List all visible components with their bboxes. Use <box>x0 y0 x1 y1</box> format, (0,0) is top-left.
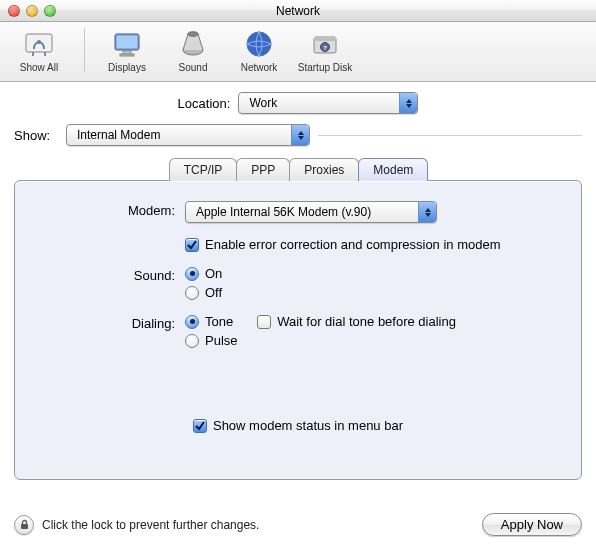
show-value: Internal Modem <box>77 128 168 142</box>
svg-point-3 <box>37 40 41 44</box>
tab-modem[interactable]: Modem <box>358 158 428 181</box>
show-status-checkbox[interactable]: Show modem status in menu bar <box>193 418 403 433</box>
toolbar-item-label: Show All <box>20 62 58 73</box>
tab-label: TCP/IP <box>184 163 223 177</box>
tab-bar: TCP/IP PPP Proxies Modem <box>14 158 582 181</box>
radio-circle-icon <box>185 315 199 329</box>
dialing-tone-label: Tone <box>205 314 233 329</box>
radio-circle-icon <box>185 267 199 281</box>
svg-text:?: ? <box>323 45 327 51</box>
checkbox-box-icon <box>257 315 271 329</box>
sound-icon <box>177 28 209 60</box>
dialing-pulse-label: Pulse <box>205 333 238 348</box>
sound-on-radio[interactable]: On <box>185 266 561 281</box>
toolbar-item-startup-disk[interactable]: ? Startup Disk <box>297 28 353 73</box>
apply-now-button[interactable]: Apply Now <box>482 513 582 536</box>
svg-rect-5 <box>117 36 137 48</box>
modem-label: Modem: <box>35 201 185 218</box>
popup-arrows-icon <box>399 93 417 113</box>
svg-rect-13 <box>314 37 336 41</box>
toolbar: Show All Displays Sound <box>0 22 596 82</box>
tab-proxies[interactable]: Proxies <box>289 158 359 181</box>
toolbar-separator <box>84 28 85 72</box>
displays-icon <box>111 28 143 60</box>
lock-text: Click the lock to prevent further change… <box>42 518 259 532</box>
checkbox-box-icon <box>185 238 199 252</box>
enable-ec-label: Enable error correction and compression … <box>205 237 501 252</box>
location-row: Location: Work <box>14 92 582 114</box>
toolbar-item-label: Startup Disk <box>298 62 352 73</box>
toolbar-item-sound[interactable]: Sound <box>165 28 221 73</box>
location-label: Location: <box>178 96 239 111</box>
pane-body: Location: Work Show: Internal Modem TCP/… <box>0 82 596 480</box>
divider <box>318 135 582 136</box>
checkbox-box-icon <box>193 419 207 433</box>
tab-panel-modem: Modem: Apple Internal 56K Modem (v.90) <box>14 180 582 480</box>
dialing-label: Dialing: <box>35 314 185 331</box>
network-icon <box>243 28 275 60</box>
toolbar-item-label: Sound <box>179 62 208 73</box>
location-value: Work <box>249 96 285 110</box>
lock-button[interactable] <box>14 515 34 535</box>
show-popup[interactable]: Internal Modem <box>66 124 310 146</box>
dialing-row: Dialing: Tone Wait for dial tone before … <box>35 314 561 348</box>
toolbar-item-show-all[interactable]: Show All <box>8 28 70 73</box>
toolbar-item-network[interactable]: Network <box>231 28 287 73</box>
minimize-window-button[interactable] <box>26 5 38 17</box>
tab-label: PPP <box>251 163 275 177</box>
dialing-pulse-radio[interactable]: Pulse <box>185 333 561 348</box>
modem-value: Apple Internal 56K Modem (v.90) <box>196 205 379 219</box>
svg-point-9 <box>188 32 198 36</box>
modem-popup[interactable]: Apple Internal 56K Modem (v.90) <box>185 201 437 223</box>
svg-rect-7 <box>120 54 134 56</box>
sound-row: Sound: On Off <box>35 266 561 300</box>
toolbar-item-displays[interactable]: Displays <box>99 28 155 73</box>
svg-rect-16 <box>21 524 28 529</box>
show-label: Show: <box>14 128 66 143</box>
footer: Click the lock to prevent further change… <box>14 513 582 536</box>
location-popup[interactable]: Work <box>238 92 418 114</box>
tab-ppp[interactable]: PPP <box>236 158 290 181</box>
tab-label: Proxies <box>304 163 344 177</box>
apply-now-label: Apply Now <box>501 517 563 532</box>
tab-tcpip[interactable]: TCP/IP <box>169 158 238 181</box>
radio-circle-icon <box>185 334 199 348</box>
sound-off-radio[interactable]: Off <box>185 285 561 300</box>
zoom-window-button[interactable] <box>44 5 56 17</box>
popup-arrows-icon <box>418 202 436 222</box>
modem-row: Modem: Apple Internal 56K Modem (v.90) <box>35 201 561 223</box>
toolbar-item-label: Displays <box>108 62 146 73</box>
tab-container: TCP/IP PPP Proxies Modem Modem: Apple In… <box>14 158 582 480</box>
titlebar: Network <box>0 0 596 22</box>
wait-dial-checkbox[interactable]: Wait for dial tone before dialing <box>257 314 456 329</box>
lock-line: Click the lock to prevent further change… <box>14 515 259 535</box>
radio-circle-icon <box>185 286 199 300</box>
tab-label: Modem <box>373 163 413 177</box>
enable-ec-row: Enable error correction and compression … <box>35 237 561 252</box>
sound-off-label: Off <box>205 285 222 300</box>
startup-disk-icon: ? <box>309 28 341 60</box>
lock-icon <box>19 519 30 530</box>
toolbar-item-label: Network <box>241 62 278 73</box>
close-window-button[interactable] <box>8 5 20 17</box>
dialing-tone-radio[interactable]: Tone <box>185 314 233 329</box>
popup-arrows-icon <box>291 125 309 145</box>
window-controls <box>0 5 56 17</box>
sound-label: Sound: <box>35 266 185 283</box>
sound-on-label: On <box>205 266 222 281</box>
enable-ec-checkbox[interactable]: Enable error correction and compression … <box>185 237 561 252</box>
show-status-row: Show modem status in menu bar <box>35 418 561 434</box>
show-row: Show: Internal Modem <box>14 124 582 146</box>
wait-dial-label: Wait for dial tone before dialing <box>277 314 456 329</box>
show-all-icon <box>23 28 55 60</box>
window-title: Network <box>0 4 596 18</box>
show-status-label: Show modem status in menu bar <box>213 418 403 433</box>
